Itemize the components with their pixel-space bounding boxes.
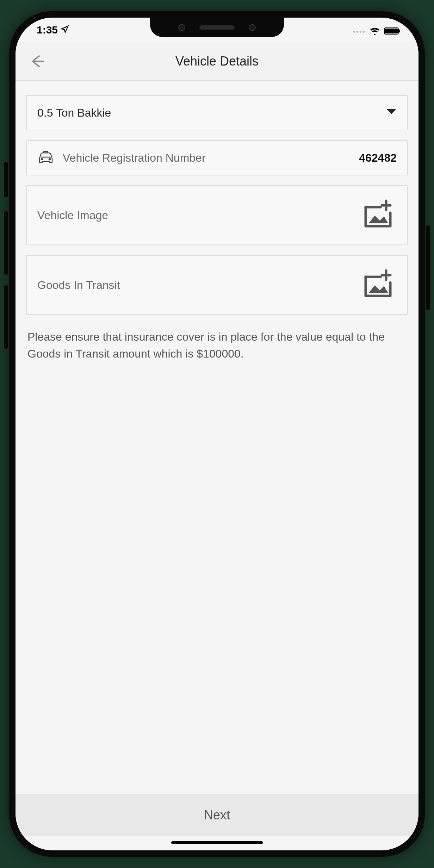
vehicle-image-upload[interactable]: Vehicle Image bbox=[26, 185, 408, 245]
location-icon bbox=[61, 24, 69, 36]
goods-transit-label: Goods In Transit bbox=[37, 279, 120, 292]
svg-rect-1 bbox=[385, 29, 398, 33]
back-button[interactable] bbox=[26, 51, 47, 72]
next-button-label: Next bbox=[204, 808, 230, 823]
insurance-info-text: Please ensure that insurance cover is in… bbox=[26, 325, 408, 366]
wifi-icon bbox=[369, 26, 380, 38]
svg-point-5 bbox=[41, 159, 43, 160]
chevron-down-icon bbox=[386, 108, 397, 117]
nav-header: Vehicle Details bbox=[16, 42, 418, 81]
add-image-icon bbox=[361, 199, 397, 232]
arrow-left-icon bbox=[29, 53, 45, 69]
notch bbox=[150, 18, 284, 37]
phone-screen: 1:35 •••• bbox=[16, 18, 418, 850]
cellular-dots-icon: •••• bbox=[353, 28, 366, 36]
svg-point-6 bbox=[49, 159, 50, 160]
registration-field[interactable]: Vehicle Registration Number 462482 bbox=[26, 140, 408, 175]
car-icon bbox=[37, 150, 54, 166]
battery-icon bbox=[384, 26, 401, 38]
registration-value: 462482 bbox=[359, 151, 397, 165]
status-time: 1:35 bbox=[37, 24, 58, 36]
add-image-icon bbox=[361, 268, 397, 302]
next-button[interactable]: Next bbox=[16, 794, 418, 836]
vehicle-image-label: Vehicle Image bbox=[37, 209, 108, 222]
page-title: Vehicle Details bbox=[175, 54, 259, 69]
svg-rect-3 bbox=[44, 151, 48, 153]
goods-transit-upload[interactable]: Goods In Transit bbox=[26, 255, 408, 315]
registration-label: Vehicle Registration Number bbox=[63, 151, 351, 165]
vehicle-type-value: 0.5 Ton Bakkie bbox=[37, 106, 111, 119]
phone-frame: 1:35 •••• bbox=[9, 11, 425, 857]
vehicle-type-dropdown[interactable]: 0.5 Ton Bakkie bbox=[26, 95, 408, 130]
svg-rect-2 bbox=[399, 30, 400, 32]
home-indicator[interactable] bbox=[171, 841, 263, 844]
